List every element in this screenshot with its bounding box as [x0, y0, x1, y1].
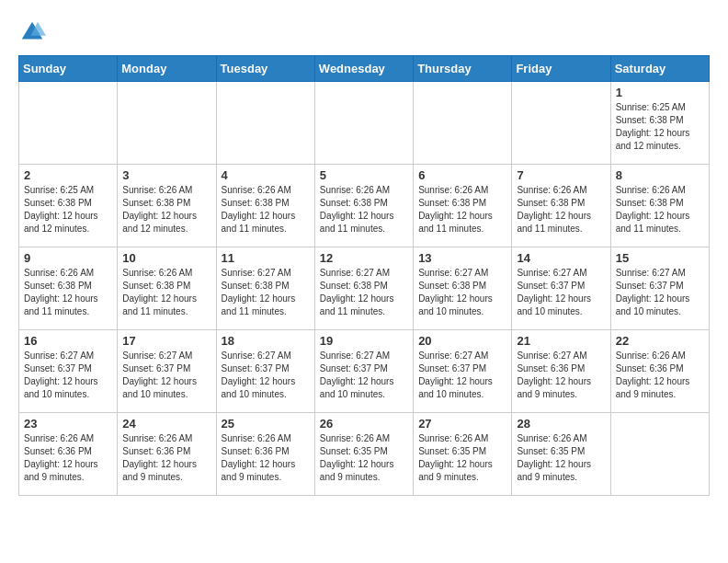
- day-of-week-header: Friday: [512, 56, 610, 82]
- day-number: 21: [517, 334, 605, 348]
- day-number: 5: [320, 168, 408, 182]
- calendar-cell: 4Sunrise: 6:26 AM Sunset: 6:38 PM Daylig…: [216, 165, 314, 247]
- day-number: 4: [222, 168, 310, 182]
- calendar-table: SundayMondayTuesdayWednesdayThursdayFrid…: [18, 55, 710, 496]
- calendar-cell: 6Sunrise: 6:26 AM Sunset: 6:38 PM Daylig…: [414, 165, 512, 247]
- day-number: 28: [517, 417, 605, 431]
- day-number: 24: [122, 417, 210, 431]
- day-number: 20: [418, 334, 506, 348]
- day-number: 3: [122, 168, 210, 182]
- day-number: 7: [517, 168, 605, 182]
- day-number: 1: [616, 86, 704, 99]
- day-info: Sunrise: 6:27 AM Sunset: 6:38 PM Dayligh…: [222, 267, 310, 318]
- day-number: 26: [320, 417, 408, 431]
- day-number: 2: [24, 168, 112, 182]
- day-info: Sunrise: 6:26 AM Sunset: 6:36 PM Dayligh…: [616, 350, 704, 401]
- day-info: Sunrise: 6:26 AM Sunset: 6:35 PM Dayligh…: [320, 432, 408, 484]
- calendar-cell: 8Sunrise: 6:26 AM Sunset: 6:38 PM Daylig…: [610, 165, 709, 247]
- day-number: 16: [24, 334, 112, 348]
- day-number: 6: [418, 168, 506, 182]
- calendar-cell: [314, 82, 413, 165]
- day-info: Sunrise: 6:26 AM Sunset: 6:36 PM Dayligh…: [122, 432, 210, 484]
- calendar-cell: 22Sunrise: 6:26 AM Sunset: 6:36 PM Dayli…: [610, 330, 709, 413]
- day-number: 12: [320, 251, 408, 265]
- day-info: Sunrise: 6:26 AM Sunset: 6:38 PM Dayligh…: [517, 184, 605, 236]
- day-of-week-header: Thursday: [414, 56, 512, 82]
- calendar-cell: [610, 413, 709, 496]
- calendar-cell: 16Sunrise: 6:27 AM Sunset: 6:37 PM Dayli…: [19, 330, 118, 413]
- day-number: 9: [24, 251, 112, 265]
- calendar-cell: [19, 82, 118, 165]
- calendar-cell: 20Sunrise: 6:27 AM Sunset: 6:37 PM Dayli…: [414, 330, 512, 413]
- day-number: 8: [616, 168, 704, 182]
- day-of-week-header: Saturday: [610, 56, 709, 82]
- calendar-week-row: 9Sunrise: 6:26 AM Sunset: 6:38 PM Daylig…: [19, 247, 710, 330]
- calendar-cell: 25Sunrise: 6:26 AM Sunset: 6:36 PM Dayli…: [216, 413, 314, 496]
- calendar-cell: 3Sunrise: 6:26 AM Sunset: 6:38 PM Daylig…: [118, 165, 216, 247]
- day-info: Sunrise: 6:27 AM Sunset: 6:37 PM Dayligh…: [320, 350, 408, 401]
- day-number: 27: [418, 417, 506, 431]
- calendar-cell: 23Sunrise: 6:26 AM Sunset: 6:36 PM Dayli…: [19, 413, 118, 496]
- calendar-week-row: 1Sunrise: 6:25 AM Sunset: 6:38 PM Daylig…: [19, 82, 710, 165]
- calendar-cell: 21Sunrise: 6:27 AM Sunset: 6:36 PM Dayli…: [512, 330, 610, 413]
- calendar-cell: 28Sunrise: 6:26 AM Sunset: 6:35 PM Dayli…: [512, 413, 610, 496]
- calendar-cell: [512, 82, 610, 165]
- calendar-cell: 18Sunrise: 6:27 AM Sunset: 6:37 PM Dayli…: [216, 330, 314, 413]
- day-of-week-header: Monday: [118, 56, 216, 82]
- day-of-week-header: Tuesday: [216, 56, 314, 82]
- logo: [18, 18, 51, 46]
- day-info: Sunrise: 6:26 AM Sunset: 6:35 PM Dayligh…: [418, 432, 506, 484]
- day-info: Sunrise: 6:26 AM Sunset: 6:36 PM Dayligh…: [24, 432, 112, 484]
- day-info: Sunrise: 6:27 AM Sunset: 6:38 PM Dayligh…: [418, 267, 506, 318]
- calendar-cell: 15Sunrise: 6:27 AM Sunset: 6:37 PM Dayli…: [610, 247, 709, 330]
- calendar-cell: 27Sunrise: 6:26 AM Sunset: 6:35 PM Dayli…: [414, 413, 512, 496]
- calendar-cell: 11Sunrise: 6:27 AM Sunset: 6:38 PM Dayli…: [216, 247, 314, 330]
- day-info: Sunrise: 6:26 AM Sunset: 6:35 PM Dayligh…: [517, 432, 605, 484]
- day-info: Sunrise: 6:26 AM Sunset: 6:38 PM Dayligh…: [122, 267, 210, 318]
- day-number: 25: [222, 417, 310, 431]
- calendar-cell: 17Sunrise: 6:27 AM Sunset: 6:37 PM Dayli…: [118, 330, 216, 413]
- day-number: 18: [222, 334, 310, 348]
- day-info: Sunrise: 6:26 AM Sunset: 6:38 PM Dayligh…: [222, 184, 310, 236]
- calendar-cell: 5Sunrise: 6:26 AM Sunset: 6:38 PM Daylig…: [314, 165, 413, 247]
- day-number: 14: [517, 251, 605, 265]
- day-info: Sunrise: 6:27 AM Sunset: 6:37 PM Dayligh…: [24, 350, 112, 401]
- calendar-cell: 2Sunrise: 6:25 AM Sunset: 6:38 PM Daylig…: [19, 165, 118, 247]
- day-info: Sunrise: 6:27 AM Sunset: 6:37 PM Dayligh…: [122, 350, 210, 401]
- calendar-cell: 7Sunrise: 6:26 AM Sunset: 6:38 PM Daylig…: [512, 165, 610, 247]
- calendar-cell: 24Sunrise: 6:26 AM Sunset: 6:36 PM Dayli…: [118, 413, 216, 496]
- calendar-cell: 12Sunrise: 6:27 AM Sunset: 6:38 PM Dayli…: [314, 247, 413, 330]
- calendar-cell: 13Sunrise: 6:27 AM Sunset: 6:38 PM Dayli…: [414, 247, 512, 330]
- day-info: Sunrise: 6:27 AM Sunset: 6:37 PM Dayligh…: [222, 350, 310, 401]
- calendar-week-row: 16Sunrise: 6:27 AM Sunset: 6:37 PM Dayli…: [19, 330, 710, 413]
- calendar-cell: 10Sunrise: 6:26 AM Sunset: 6:38 PM Dayli…: [118, 247, 216, 330]
- day-number: 13: [418, 251, 506, 265]
- day-info: Sunrise: 6:27 AM Sunset: 6:37 PM Dayligh…: [418, 350, 506, 401]
- day-info: Sunrise: 6:27 AM Sunset: 6:37 PM Dayligh…: [517, 267, 605, 318]
- day-number: 15: [616, 251, 704, 265]
- day-number: 10: [122, 251, 210, 265]
- day-info: Sunrise: 6:25 AM Sunset: 6:38 PM Dayligh…: [616, 101, 704, 153]
- day-number: 22: [616, 334, 704, 348]
- logo-icon: [18, 18, 46, 46]
- day-number: 23: [24, 417, 112, 431]
- day-info: Sunrise: 6:26 AM Sunset: 6:38 PM Dayligh…: [122, 184, 210, 236]
- calendar-cell: [216, 82, 314, 165]
- calendar-cell: 14Sunrise: 6:27 AM Sunset: 6:37 PM Dayli…: [512, 247, 610, 330]
- day-info: Sunrise: 6:27 AM Sunset: 6:37 PM Dayligh…: [616, 267, 704, 318]
- calendar-cell: 26Sunrise: 6:26 AM Sunset: 6:35 PM Dayli…: [314, 413, 413, 496]
- day-info: Sunrise: 6:26 AM Sunset: 6:38 PM Dayligh…: [616, 184, 704, 236]
- day-of-week-header: Wednesday: [314, 56, 413, 82]
- calendar-cell: 1Sunrise: 6:25 AM Sunset: 6:38 PM Daylig…: [610, 82, 709, 165]
- day-info: Sunrise: 6:25 AM Sunset: 6:38 PM Dayligh…: [24, 184, 112, 236]
- day-info: Sunrise: 6:26 AM Sunset: 6:38 PM Dayligh…: [24, 267, 112, 318]
- day-number: 19: [320, 334, 408, 348]
- page-header: [18, 18, 710, 46]
- day-info: Sunrise: 6:26 AM Sunset: 6:36 PM Dayligh…: [222, 432, 310, 484]
- day-info: Sunrise: 6:27 AM Sunset: 6:36 PM Dayligh…: [517, 350, 605, 401]
- day-of-week-header: Sunday: [19, 56, 118, 82]
- calendar-week-row: 2Sunrise: 6:25 AM Sunset: 6:38 PM Daylig…: [19, 165, 710, 247]
- calendar-cell: 19Sunrise: 6:27 AM Sunset: 6:37 PM Dayli…: [314, 330, 413, 413]
- day-info: Sunrise: 6:26 AM Sunset: 6:38 PM Dayligh…: [320, 184, 408, 236]
- calendar-cell: 9Sunrise: 6:26 AM Sunset: 6:38 PM Daylig…: [19, 247, 118, 330]
